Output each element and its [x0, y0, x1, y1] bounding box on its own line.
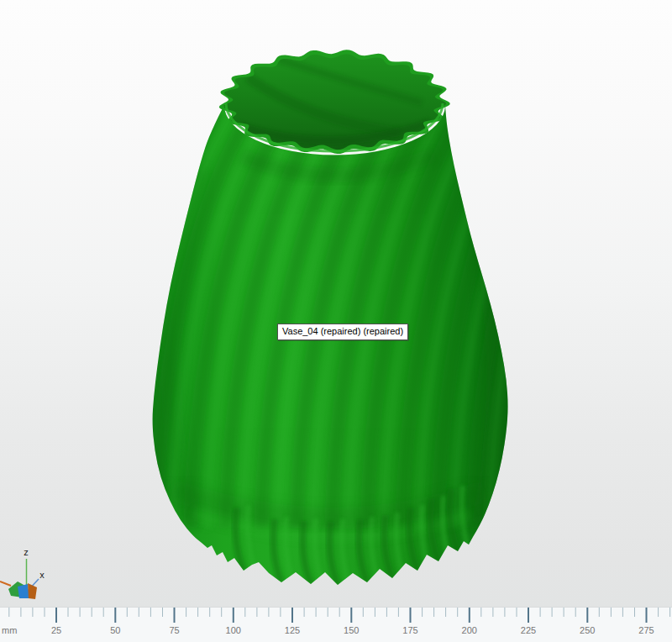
ruler: 255075100125150175200225250275mm — [0, 607, 672, 642]
ruler-tick-label: 25 — [51, 625, 61, 635]
axis-origin-glyph-blue — [18, 584, 29, 598]
axis-x-label: x — [39, 570, 45, 580]
ruler-tick-label: 275 — [638, 625, 654, 635]
axis-indicator: zx — [0, 547, 45, 599]
vase-model-scene[interactable]: zx — [0, 0, 672, 607]
vase-stripe-highlight — [489, 111, 585, 528]
ruler-tick-label: 75 — [169, 625, 179, 635]
ruler-scale: 255075100125150175200225250275mm — [0, 608, 672, 642]
model-tooltip: Vase_04 (repaired) (repaired) — [277, 324, 408, 340]
ruler-unit-label: mm — [2, 625, 17, 635]
ruler-tick-label: 225 — [521, 625, 536, 635]
ruler-tick-label: 125 — [285, 625, 300, 635]
axis-origin-glyph-orange — [28, 583, 37, 599]
ruler-tick-label: 250 — [580, 625, 595, 635]
axis-y-line — [0, 581, 11, 586]
vase-shading — [120, 111, 585, 585]
axis-z-label: z — [24, 547, 29, 557]
app-window: zx Vase_04 (repaired) (repaired) 2550751… — [0, 0, 672, 642]
ruler-tick-label: 150 — [344, 625, 359, 635]
vase-model[interactable] — [120, 50, 585, 585]
ruler-tick-label: 50 — [110, 625, 120, 635]
ruler-tick-label: 175 — [402, 625, 417, 635]
ruler-tick-label: 200 — [462, 625, 477, 635]
ruler-tick-label: 100 — [226, 625, 241, 635]
viewport-3d[interactable]: zx Vase_04 (repaired) (repaired) — [0, 0, 672, 607]
